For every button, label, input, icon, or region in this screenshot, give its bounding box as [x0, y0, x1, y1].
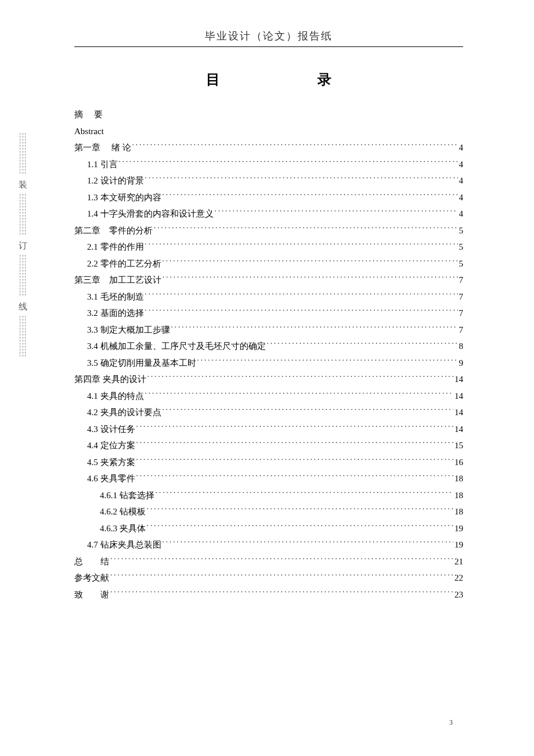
- toc-entry-label: 1.4 十字头滑套的内容和设计意义: [87, 206, 214, 222]
- toc-entry-label: 4.3 设计任务: [87, 421, 135, 438]
- binding-char-3: 线: [17, 301, 28, 312]
- toc-entry-page: 4: [459, 189, 464, 206]
- toc-entry-page: 5: [459, 239, 464, 255]
- toc-leader-dots: [267, 340, 458, 349]
- toc-entry-label: 4.6.3 夹具体: [100, 520, 146, 537]
- toc-entry-label: 摘 要: [74, 106, 103, 123]
- toc-row: 第二章 零件的分析5: [74, 222, 463, 239]
- toc-entry-label: 1.2 设计的背景: [87, 172, 144, 189]
- toc-entry-page: 4: [459, 139, 464, 156]
- toc-leader-dots: [105, 125, 462, 134]
- toc-row: 4.5 夹紧方案16: [74, 454, 463, 471]
- toc-leader-dots: [104, 109, 462, 117]
- toc-row: Abstract: [74, 123, 463, 140]
- toc-leader-dots: [145, 241, 458, 250]
- toc-entry-label: Abstract: [74, 123, 104, 140]
- toc-entry-page: 18: [454, 487, 463, 504]
- toc-entry-label: 第一章 绪 论: [74, 139, 131, 156]
- toc-entry-page: 7: [459, 305, 464, 322]
- toc-entry-label: 总 结: [74, 553, 109, 570]
- toc-row: 摘 要: [74, 106, 463, 123]
- toc-entry-page: 21: [454, 553, 463, 570]
- binding-char-2: 订: [17, 240, 28, 251]
- toc-row: 4.6.3 夹具体19: [74, 520, 463, 537]
- toc-entry-page: 22: [454, 570, 463, 586]
- toc-entry-label: 3.3 制定大概加工步骤: [87, 322, 170, 339]
- toc-entry-page: 14: [454, 371, 463, 388]
- toc-row: 总 结21: [74, 553, 463, 570]
- toc-entry-page: 19: [454, 520, 463, 537]
- toc-entry-page: 8: [459, 338, 464, 355]
- toc-leader-dots: [156, 489, 453, 498]
- toc-entry-page: 4: [459, 172, 464, 189]
- toc-entry-label: 2.1 零件的作用: [87, 239, 144, 255]
- toc-leader-dots: [110, 572, 453, 581]
- toc-row: 1.4 十字头滑套的内容和设计意义4: [74, 206, 463, 222]
- toc-entry-page: 23: [454, 586, 463, 603]
- toc-entry-label: 4.1 夹具的特点: [87, 388, 144, 405]
- toc-entry-page: 7: [459, 289, 464, 305]
- toc-row: 第四章 夹具的设计14: [74, 371, 463, 388]
- toc-leader-dots: [110, 556, 453, 564]
- toc-row: 3.3 制定大概加工步骤7: [74, 322, 463, 339]
- toc-entry-page: 18: [454, 470, 463, 487]
- toc-row: 4.1 夹具的特点14: [74, 388, 463, 405]
- page-header: 毕业设计（论文）报告纸: [74, 29, 463, 43]
- toc-leader-dots: [163, 539, 454, 548]
- toc-entry-label: 1.1 引言: [87, 156, 118, 173]
- toc-leader-dots: [145, 390, 454, 399]
- toc-entry-label: 第四章 夹具的设计: [74, 371, 146, 388]
- page-number: 3: [449, 718, 453, 727]
- toc-row: 4.3 设计任务14: [74, 421, 463, 438]
- toc-leader-dots: [136, 423, 454, 432]
- toc-leader-dots: [163, 274, 458, 283]
- toc-entry-label: 4.2 夹具的设计要点: [87, 404, 161, 421]
- toc-row: 2.2 零件的工艺分析5: [74, 255, 463, 272]
- toc-row: 第三章 加工工艺设计7: [74, 272, 463, 289]
- toc-entry-label: 3.1 毛坯的制造: [87, 289, 144, 305]
- toc-row: 第一章 绪 论4: [74, 139, 463, 156]
- toc-entry-page: 14: [454, 388, 463, 405]
- toc-entry-label: 4.4 定位方案: [87, 437, 135, 454]
- toc-row: 3.5 确定切削用量及基本工时9: [74, 355, 463, 372]
- toc-title: 目 录: [74, 70, 463, 89]
- toc-leader-dots: [163, 258, 458, 267]
- toc-leader-dots: [145, 307, 458, 316]
- toc-leader-dots: [136, 440, 454, 448]
- toc-row: 1.2 设计的背景4: [74, 172, 463, 189]
- binding-char-1: 装: [17, 179, 28, 190]
- toc-leader-dots: [147, 523, 453, 531]
- toc-entry-page: 5: [459, 255, 464, 272]
- toc-leader-dots: [110, 589, 453, 597]
- toc-entry-page: 5: [459, 222, 464, 239]
- toc-entry-label: 第三章 加工工艺设计: [74, 272, 161, 289]
- toc-entry-label: 3.4 机械加工余量、工序尺寸及毛坯尺寸的确定: [87, 338, 266, 355]
- toc-entry-page: 4: [459, 206, 464, 222]
- toc-entry-page: 16: [454, 454, 463, 471]
- toc-leader-dots: [145, 291, 458, 300]
- toc-leader-dots: [147, 373, 453, 382]
- toc-row: 3.4 机械加工余量、工序尺寸及毛坯尺寸的确定8: [74, 338, 463, 355]
- toc-row: 4.7 钻床夹具总装图19: [74, 537, 463, 553]
- toc-row: 4.6.2 钻模板18: [74, 503, 463, 520]
- toc-entry-label: 4.6 夹具零件: [87, 470, 135, 487]
- toc-row: 1.3 本文研究的内容4: [74, 189, 463, 206]
- toc-entry-page: 4: [459, 156, 464, 173]
- toc-leader-dots: [119, 159, 458, 167]
- toc-leader-dots: [136, 456, 454, 465]
- toc-entry-label: 4.6.2 钻模板: [100, 503, 146, 520]
- toc-row: 2.1 零件的作用5: [74, 239, 463, 255]
- toc-entry-page: 7: [459, 322, 464, 339]
- toc-entry-page: 18: [454, 503, 463, 520]
- toc-entry-label: 第二章 零件的分析: [74, 222, 153, 239]
- toc-leader-dots: [147, 506, 453, 514]
- toc-leader-dots: [132, 142, 458, 150]
- toc-entry-label: 4.5 夹紧方案: [87, 454, 135, 471]
- toc-entry-label: 致 谢: [74, 586, 109, 603]
- toc-leader-dots: [145, 175, 458, 183]
- page-content: 毕业设计（论文）报告纸 目 录 摘 要Abstract第一章 绪 论41.1 引…: [74, 29, 463, 603]
- toc-row: 致 谢23: [74, 586, 463, 603]
- header-rule: [74, 46, 463, 47]
- toc-entry-label: 3.5 确定切削用量及基本工时: [87, 355, 196, 372]
- toc-entry-label: 4.6.1 钻套选择: [100, 487, 154, 504]
